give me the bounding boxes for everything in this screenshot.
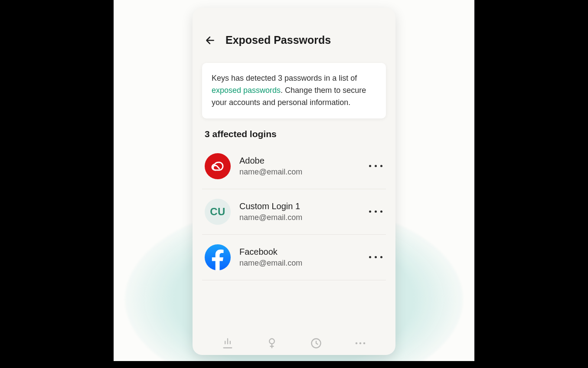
custom-login-icon: CU bbox=[205, 199, 231, 225]
nav-icon bbox=[310, 337, 322, 349]
svg-point-3 bbox=[359, 342, 362, 345]
login-title: Custom Login 1 bbox=[239, 201, 359, 211]
nav-item-2[interactable] bbox=[262, 334, 281, 353]
adobe-icon bbox=[205, 153, 231, 179]
facebook-f-icon bbox=[205, 244, 231, 270]
svg-point-2 bbox=[356, 342, 358, 345]
nav-icon bbox=[266, 337, 278, 349]
login-text: Custom Login 1 name@email.com bbox=[239, 201, 359, 222]
login-text: Facebook name@email.com bbox=[239, 247, 359, 268]
more-options-button[interactable] bbox=[368, 158, 383, 174]
login-item-facebook[interactable]: Facebook name@email.com bbox=[202, 235, 386, 280]
back-button[interactable] bbox=[205, 35, 216, 46]
nav-icon bbox=[222, 337, 234, 349]
nav-item-1[interactable] bbox=[218, 334, 237, 353]
facebook-icon bbox=[205, 244, 231, 270]
info-text-before: Keys has detected 3 passwords in a list … bbox=[212, 74, 357, 82]
bottom-nav bbox=[193, 328, 395, 355]
login-title: Facebook bbox=[239, 247, 359, 257]
dots-icon bbox=[369, 210, 371, 213]
svg-point-4 bbox=[363, 342, 366, 345]
dots-icon bbox=[369, 165, 371, 167]
info-card: Keys has detected 3 passwords in a list … bbox=[202, 63, 386, 118]
phone-screen: Exposed Passwords Keys has detected 3 pa… bbox=[193, 8, 395, 355]
login-email: name@email.com bbox=[239, 168, 359, 177]
more-options-button[interactable] bbox=[368, 250, 383, 265]
dots-icon bbox=[354, 341, 366, 345]
login-item-adobe[interactable]: Adobe name@email.com bbox=[202, 144, 386, 189]
initials-icon: CU bbox=[210, 206, 225, 218]
svg-point-0 bbox=[269, 339, 274, 344]
login-email: name@email.com bbox=[239, 259, 359, 268]
screenshot-background: Exposed Passwords Keys has detected 3 pa… bbox=[114, 0, 474, 361]
nav-item-4[interactable] bbox=[351, 334, 370, 353]
login-text: Adobe name@email.com bbox=[239, 156, 359, 177]
dots-icon bbox=[369, 256, 371, 258]
arrow-left-icon bbox=[205, 35, 216, 46]
login-title: Adobe bbox=[239, 156, 359, 166]
more-options-button[interactable] bbox=[368, 204, 383, 220]
page-title: Exposed Passwords bbox=[225, 34, 331, 46]
login-email: name@email.com bbox=[239, 213, 359, 222]
login-item-custom[interactable]: CU Custom Login 1 name@email.com bbox=[202, 189, 386, 235]
nav-item-3[interactable] bbox=[307, 334, 326, 353]
header: Exposed Passwords bbox=[193, 8, 395, 59]
section-heading: 3 affected logins bbox=[193, 129, 395, 141]
exposed-passwords-link[interactable]: exposed passwords bbox=[212, 86, 281, 95]
login-list: Adobe name@email.com CU Custom Login 1 n… bbox=[193, 141, 395, 280]
creative-cloud-icon bbox=[209, 158, 226, 175]
